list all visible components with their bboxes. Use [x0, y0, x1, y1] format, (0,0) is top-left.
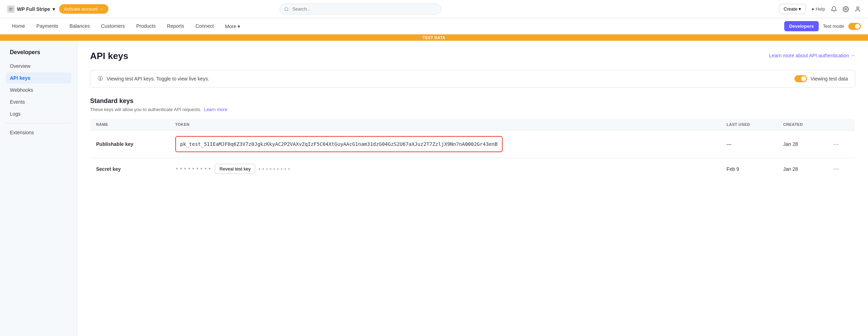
col-token: TOKEN [170, 119, 721, 130]
secret-masked-dots-after: ••••••••• [258, 166, 291, 172]
actions-secret: ··· [828, 158, 855, 180]
publishable-key-menu[interactable]: ··· [834, 141, 849, 148]
section-desc: These keys will allow you to authenticat… [90, 107, 855, 112]
create-label: Create [784, 6, 797, 12]
api-keys-table: NAME TOKEN LAST USED CREATED Publishable… [90, 118, 855, 180]
sidebar-item-logs[interactable]: Logs [6, 108, 71, 119]
nav-reports[interactable]: Reports [162, 19, 189, 34]
svg-point-4 [857, 7, 859, 9]
table-header: NAME TOKEN LAST USED CREATED [90, 119, 855, 130]
logo-label: WP Full Stripe [17, 6, 50, 12]
more-chevron-icon: ▾ [238, 24, 240, 29]
help-circle-icon: ● [811, 6, 814, 12]
nav-more[interactable]: More ▾ [220, 19, 245, 33]
nav-payments[interactable]: Payments [31, 19, 63, 34]
developers-button[interactable]: Developers [784, 21, 819, 31]
user-profile-button[interactable] [855, 6, 861, 12]
sidebar-item-overview[interactable]: Overview [6, 60, 71, 72]
svg-rect-2 [9, 9, 12, 10]
last-used-publishable: — [721, 130, 778, 158]
col-created: CREATED [778, 119, 828, 130]
section-learn-link[interactable]: Learn more [204, 107, 227, 112]
sidebar-item-extensions[interactable]: Extensions [6, 127, 71, 138]
col-last-used: LAST USED [721, 119, 778, 130]
reveal-test-key-button[interactable]: Reveal test key [215, 164, 255, 174]
help-button[interactable]: ● Help [811, 6, 825, 12]
secret-masked-dots: ••••••••• [175, 166, 212, 172]
actions-publishable: ··· [828, 130, 855, 158]
sidebar: Developers Overview API keys Webhooks Ev… [0, 41, 77, 336]
sidebar-item-webhooks[interactable]: Webhooks [6, 84, 71, 96]
topbar-right: Create ▾ ● Help [779, 4, 861, 14]
page-title: API keys [90, 51, 128, 62]
viewing-label: Viewing test data [811, 76, 848, 82]
svg-rect-1 [9, 8, 13, 9]
main-nav: Home Payments Balances Customers Product… [0, 18, 868, 34]
sidebar-title: Developers [6, 49, 71, 56]
testmode-label: Test mode [823, 24, 844, 29]
viewing-toggle-area: Viewing test data [794, 75, 848, 82]
publishable-key-token[interactable]: pk_test_51IEaMJF0q6Z3V7z0JgkzKkyAC2P2VAX… [175, 136, 503, 152]
sidebar-item-api-keys[interactable]: API keys [6, 72, 71, 84]
learn-more-link[interactable]: Learn more about API authentication → [769, 53, 855, 58]
secret-key-menu[interactable]: ··· [834, 165, 849, 173]
info-text: Viewing test API keys. Toggle to view li… [107, 76, 209, 82]
search-bar [279, 4, 441, 14]
table-row: Publishable key pk_test_51IEaMJF0q6Z3V7z… [90, 130, 855, 158]
main-content: API keys Learn more about API authentica… [77, 41, 868, 336]
more-label: More [225, 24, 236, 29]
create-button[interactable]: Create ▾ [779, 4, 806, 14]
search-input[interactable] [279, 4, 441, 14]
token-cell-publishable: pk_test_51IEaMJF0q6Z3V7z0JgkzKkyAC2P2VAX… [170, 130, 721, 158]
sidebar-divider [6, 123, 71, 123]
info-icon: 🛈 [98, 76, 103, 82]
test-data-banner: TEST DATA [0, 34, 868, 41]
nav-products[interactable]: Products [131, 19, 161, 34]
info-banner-left: 🛈 Viewing test API keys. Toggle to view … [98, 76, 209, 82]
page-header: API keys Learn more about API authentica… [90, 51, 855, 62]
nav-customers[interactable]: Customers [96, 19, 130, 34]
table-body: Publishable key pk_test_51IEaMJF0q6Z3V7z… [90, 130, 855, 180]
table-row: Secret key ••••••••• Reveal test key •••… [90, 158, 855, 180]
svg-rect-0 [8, 7, 13, 12]
token-cell-secret: ••••••••• Reveal test key ••••••••• [170, 158, 721, 180]
testmode-toggle[interactable] [848, 23, 861, 30]
notifications-button[interactable] [831, 6, 837, 12]
topbar: WP Full Stripe ▾ Activate account → Crea… [0, 0, 868, 18]
mainnav-right: Developers Test mode [784, 21, 861, 31]
create-chevron-icon: ▾ [799, 6, 801, 12]
nav-balances[interactable]: Balances [65, 19, 95, 34]
col-actions [828, 119, 855, 130]
activate-account-button[interactable]: Activate account → [59, 4, 108, 14]
settings-button[interactable] [843, 6, 849, 12]
info-banner: 🛈 Viewing test API keys. Toggle to view … [90, 70, 855, 88]
created-publishable: Jan 28 [778, 130, 828, 158]
key-name-secret: Secret key [90, 158, 170, 180]
section-title: Standard keys [90, 97, 855, 105]
nav-home[interactable]: Home [7, 19, 30, 34]
help-label: Help [816, 6, 825, 12]
last-used-secret: Feb 9 [721, 158, 778, 180]
svg-point-3 [845, 8, 847, 10]
nav-connect[interactable]: Connect [190, 19, 219, 34]
logo[interactable]: WP Full Stripe ▾ [7, 5, 55, 13]
sidebar-item-events[interactable]: Events [6, 96, 71, 108]
logo-icon [7, 5, 15, 13]
key-name-publishable: Publishable key [90, 130, 170, 158]
created-secret: Jan 28 [778, 158, 828, 180]
logo-chevron[interactable]: ▾ [52, 6, 55, 12]
col-name: NAME [90, 119, 170, 130]
secret-token-area: ••••••••• Reveal test key ••••••••• [175, 164, 715, 174]
viewing-test-data-toggle[interactable] [794, 75, 807, 82]
layout: Developers Overview API keys Webhooks Ev… [0, 41, 868, 336]
